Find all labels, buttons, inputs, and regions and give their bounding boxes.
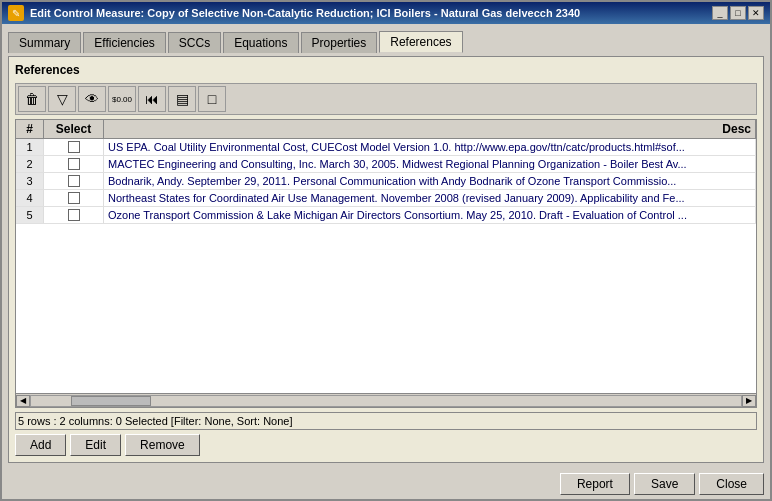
table-body: 1 US EPA. Coal Utility Environmental Cos… xyxy=(16,139,756,393)
checkbox-2[interactable] xyxy=(68,158,80,170)
grid-button[interactable]: ▤ xyxy=(168,86,196,112)
cell-select-2[interactable] xyxy=(44,156,104,172)
square-icon: □ xyxy=(208,91,216,107)
window-controls: _ □ ✕ xyxy=(712,6,764,20)
edit-button[interactable]: Edit xyxy=(70,434,121,456)
add-button[interactable]: Add xyxy=(15,434,66,456)
cell-select-5[interactable] xyxy=(44,207,104,223)
main-content: Summary Efficiencies SCCs Equations Prop… xyxy=(2,24,770,469)
col-header-desc: Desc xyxy=(104,120,756,138)
table-row[interactable]: 3 Bodnarik, Andy. September 29, 2011. Pe… xyxy=(16,173,756,190)
cell-select-4[interactable] xyxy=(44,190,104,206)
cell-desc-5: Ozone Transport Commission & Lake Michig… xyxy=(104,207,756,223)
close-footer-button[interactable]: Close xyxy=(699,473,764,495)
cell-desc-1: US EPA. Coal Utility Environmental Cost,… xyxy=(104,139,756,155)
rewind-icon: ⏮ xyxy=(145,91,159,107)
window-icon: ✎ xyxy=(8,5,24,21)
table-row[interactable]: 1 US EPA. Coal Utility Environmental Cos… xyxy=(16,139,756,156)
scroll-track[interactable] xyxy=(30,395,742,407)
cell-num-2: 2 xyxy=(16,156,44,172)
minimize-button[interactable]: _ xyxy=(712,6,728,20)
eye-icon: 👁 xyxy=(85,91,99,107)
horizontal-scrollbar[interactable]: ◀ ▶ xyxy=(16,393,756,407)
scroll-thumb[interactable] xyxy=(71,396,151,406)
scroll-right-button[interactable]: ▶ xyxy=(742,395,756,407)
status-bar: 5 rows : 2 columns: 0 Selected [Filter: … xyxy=(15,412,757,430)
action-buttons: Add Edit Remove xyxy=(15,434,757,456)
filter-button[interactable]: ▽ xyxy=(48,86,76,112)
table-row[interactable]: 4 Northeast States for Coordinated Air U… xyxy=(16,190,756,207)
checkbox-5[interactable] xyxy=(68,209,80,221)
dollar-icon: $0.00 xyxy=(112,95,132,104)
view-button[interactable]: 👁 xyxy=(78,86,106,112)
checkbox-4[interactable] xyxy=(68,192,80,204)
tab-bar: Summary Efficiencies SCCs Equations Prop… xyxy=(8,30,764,52)
maximize-button[interactable]: □ xyxy=(730,6,746,20)
table-row[interactable]: 2 MACTEC Engineering and Consulting, Inc… xyxy=(16,156,756,173)
cell-num-1: 1 xyxy=(16,139,44,155)
cell-num-5: 5 xyxy=(16,207,44,223)
cell-desc-4: Northeast States for Coordinated Air Use… xyxy=(104,190,756,206)
tab-summary[interactable]: Summary xyxy=(8,32,81,53)
references-panel: References 🗑 ▽ 👁 $0.00 ⏮ xyxy=(8,56,764,463)
remove-button[interactable]: Remove xyxy=(125,434,200,456)
save-button[interactable]: Save xyxy=(634,473,695,495)
cell-desc-2: MACTEC Engineering and Consulting, Inc. … xyxy=(104,156,756,172)
toolbar: 🗑 ▽ 👁 $0.00 ⏮ ▤ □ xyxy=(15,83,757,115)
cell-select-1[interactable] xyxy=(44,139,104,155)
cell-num-4: 4 xyxy=(16,190,44,206)
filter-icon: ▽ xyxy=(57,91,68,107)
close-button[interactable]: ✕ xyxy=(748,6,764,20)
grid-icon: ▤ xyxy=(176,91,189,107)
tab-references[interactable]: References xyxy=(379,31,462,53)
col-header-num: # xyxy=(16,120,44,138)
checkbox-3[interactable] xyxy=(68,175,80,187)
title-bar: ✎ Edit Control Measure: Copy of Selectiv… xyxy=(2,2,770,24)
col-header-select: Select xyxy=(44,120,104,138)
table-row[interactable]: 5 Ozone Transport Commission & Lake Mich… xyxy=(16,207,756,224)
cell-select-3[interactable] xyxy=(44,173,104,189)
tab-efficiencies[interactable]: Efficiencies xyxy=(83,32,165,53)
checkbox-1[interactable] xyxy=(68,141,80,153)
main-window: ✎ Edit Control Measure: Copy of Selectiv… xyxy=(0,0,772,501)
cell-desc-3: Bodnarik, Andy. September 29, 2011. Pers… xyxy=(104,173,756,189)
footer: Report Save Close xyxy=(2,469,770,499)
references-table: # Select Desc 1 US EPA. Coal Utility Env… xyxy=(15,119,757,408)
delete-button[interactable]: 🗑 xyxy=(18,86,46,112)
trash-icon: 🗑 xyxy=(25,91,39,107)
rewind-button[interactable]: ⏮ xyxy=(138,86,166,112)
table-header: # Select Desc xyxy=(16,120,756,139)
window-title: Edit Control Measure: Copy of Selective … xyxy=(30,7,580,19)
square-button[interactable]: □ xyxy=(198,86,226,112)
tab-sccs[interactable]: SCCs xyxy=(168,32,221,53)
tab-properties[interactable]: Properties xyxy=(301,32,378,53)
scroll-left-button[interactable]: ◀ xyxy=(16,395,30,407)
tab-equations[interactable]: Equations xyxy=(223,32,298,53)
dollar-button[interactable]: $0.00 xyxy=(108,86,136,112)
panel-title: References xyxy=(15,63,757,77)
report-button[interactable]: Report xyxy=(560,473,630,495)
cell-num-3: 3 xyxy=(16,173,44,189)
